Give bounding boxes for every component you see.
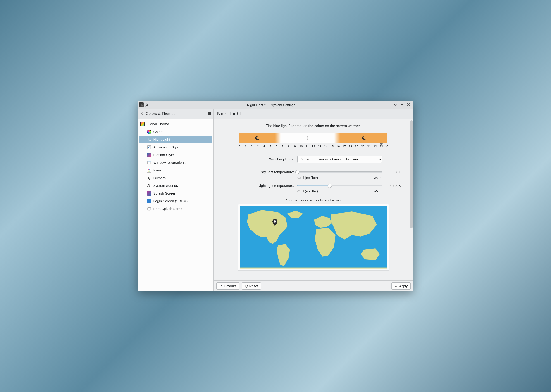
hour-tick: 22 [373, 145, 377, 148]
defaults-button[interactable]: Defaults [216, 282, 240, 289]
window-decorations-icon [147, 160, 151, 165]
svg-line-18 [309, 136, 309, 137]
hour-tick: 3 [257, 145, 259, 148]
svg-point-21 [274, 220, 276, 223]
svg-rect-2 [147, 161, 150, 162]
window-title: Night Light * — System Settings [149, 103, 394, 107]
cursors-icon [147, 176, 151, 180]
login-screen-icon [147, 199, 151, 203]
svg-rect-8 [148, 210, 149, 210]
hour-tick: 0 [239, 145, 240, 148]
day-temp-label: Day light temperature: [226, 170, 294, 174]
sidebar-item-colors[interactable]: Colors [138, 128, 213, 136]
night-temp-slider[interactable] [297, 183, 382, 188]
keep-above-icon[interactable] [145, 103, 149, 107]
location-pin-icon[interactable] [272, 219, 278, 226]
reset-label: Reset [249, 284, 258, 288]
sidebar-item-login-screen[interactable]: Login Screen (SDDM) [138, 197, 213, 205]
breadcrumb[interactable]: Colors & Themes [146, 112, 176, 116]
apply-button[interactable]: Apply [391, 282, 411, 289]
plasma-style-icon [147, 153, 151, 157]
maximize-button[interactable] [400, 103, 404, 107]
svg-rect-4 [149, 169, 150, 170]
night-temp-value: 4,500K [385, 184, 401, 188]
minimize-button[interactable] [394, 103, 398, 107]
hour-tick: 9 [294, 145, 296, 148]
current-time-marker [380, 142, 383, 146]
night-light-icon [147, 137, 151, 142]
hour-tick: 1 [245, 145, 247, 148]
apply-label: Apply [399, 284, 408, 288]
intro-text: The blue light filter makes the colors o… [220, 124, 407, 128]
sidebar-item-label: Login Screen (SDDM) [153, 199, 188, 203]
svg-point-10 [307, 137, 308, 139]
svg-rect-7 [147, 207, 150, 210]
map-hint: Click to choose your location on the map… [220, 199, 407, 202]
hour-tick: 14 [324, 145, 327, 148]
sidebar-item-label: Application Style [153, 145, 179, 149]
world-map[interactable] [238, 204, 389, 271]
sidebar-item-label: Splash Screen [153, 191, 176, 196]
svg-rect-5 [148, 170, 149, 171]
sidebar-item-window-decorations[interactable]: Window Decorations [138, 159, 213, 167]
colors-icon [147, 130, 151, 134]
toolbar: Colors & Themes Night Light [138, 109, 413, 119]
titlebar: Night Light * — System Settings [138, 101, 413, 109]
svg-line-15 [306, 136, 306, 137]
sidebar-item-splash-screen[interactable]: Splash Screen [138, 189, 213, 197]
sidebar-item-global-theme[interactable]: Global Theme [138, 120, 213, 128]
sidebar-item-application-style[interactable]: Application Style [138, 143, 213, 151]
svg-rect-3 [148, 169, 149, 170]
day-warm-label: Warm [374, 176, 382, 180]
sidebar-item-label: Boot Splash Screen [153, 207, 184, 211]
content-scrollbar[interactable] [410, 120, 412, 279]
sidebar-item-cursors[interactable]: Cursors [138, 174, 213, 182]
night-warm-label: Warm [374, 189, 382, 193]
sidebar-item-system-sounds[interactable]: System Sounds [138, 182, 213, 189]
hour-tick: 7 [282, 145, 283, 148]
day-cool-label: Cool (no filter) [297, 176, 318, 180]
hour-tick: 19 [355, 145, 358, 148]
day-temp-slider[interactable] [297, 170, 382, 175]
sidebar: Global Theme Colors Night Light Applicat… [138, 119, 214, 291]
day-night-timeline: 012345678910111213141516171819202122230 [240, 133, 387, 150]
boot-splash-icon [147, 207, 151, 211]
sidebar-item-icons[interactable]: Icons [138, 167, 213, 174]
sidebar-item-label: Window Decorations [153, 161, 185, 165]
hour-tick: 13 [318, 145, 321, 148]
sidebar-item-label: Cursors [153, 176, 166, 180]
defaults-label: Defaults [224, 284, 236, 288]
hour-tick: 18 [349, 145, 352, 148]
application-style-icon [147, 145, 151, 149]
moon-icon [340, 133, 387, 143]
system-sounds-icon [147, 183, 151, 188]
switching-times-select[interactable]: Always offSunset and sunrise at current … [297, 156, 382, 163]
close-button[interactable] [406, 103, 411, 107]
hour-tick: 4 [263, 145, 265, 148]
svg-line-17 [306, 139, 306, 139]
sidebar-item-label: Plasma Style [153, 153, 174, 157]
app-icon [139, 103, 144, 107]
moon-icon [240, 133, 275, 143]
menu-button[interactable] [207, 112, 211, 116]
settings-window: Night Light * — System Settings Colors &… [138, 101, 413, 291]
sidebar-item-boot-splash[interactable]: Boot Splash Screen [138, 205, 213, 213]
sidebar-item-plasma-style[interactable]: Plasma Style [138, 151, 213, 159]
day-temp-value: 6,500K [385, 170, 401, 174]
switching-times-label: Switching times: [226, 157, 294, 161]
content-pane: The blue light filter makes the colors o… [214, 119, 413, 280]
sidebar-item-label: Colors [153, 130, 164, 134]
sidebar-item-night-light[interactable]: Night Light [139, 136, 212, 143]
hour-tick: 5 [269, 145, 271, 148]
svg-line-16 [309, 139, 309, 139]
icons-icon [147, 168, 151, 173]
night-cool-label: Cool (no filter) [297, 189, 318, 193]
hour-tick: 6 [276, 145, 277, 148]
splash-screen-icon [147, 191, 151, 196]
hour-tick: 15 [330, 145, 333, 148]
reset-button[interactable]: Reset [242, 282, 261, 289]
back-chevron-icon[interactable] [140, 112, 144, 116]
hour-tick: 17 [343, 145, 346, 148]
hour-tick: 2 [251, 145, 253, 148]
hour-tick: 12 [311, 145, 315, 148]
